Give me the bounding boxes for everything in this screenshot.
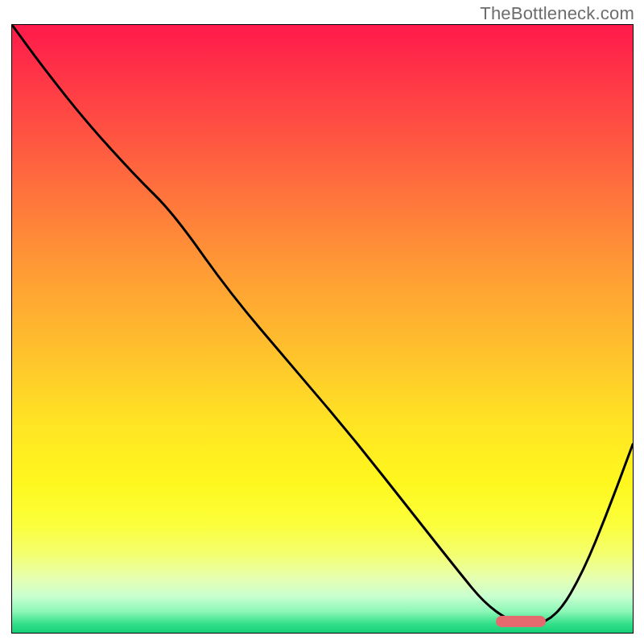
chart-frame [11, 24, 634, 634]
optimum-marker [496, 616, 546, 627]
watermark-text: TheBottleneck.com [480, 3, 634, 24]
bottleneck-curve [12, 25, 633, 633]
curve-path [12, 25, 633, 625]
